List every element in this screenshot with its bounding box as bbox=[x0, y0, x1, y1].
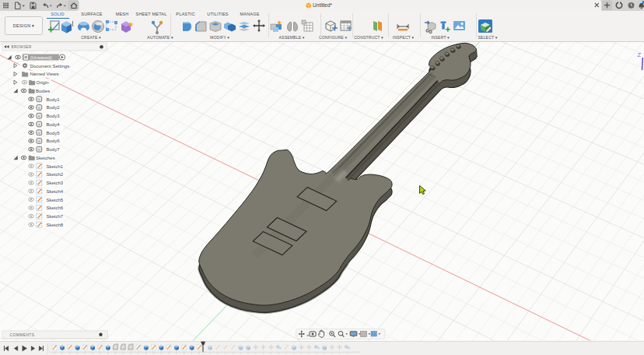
svg-text:Sketch2: Sketch2 bbox=[47, 172, 64, 177]
svg-text:Body4: Body4 bbox=[47, 122, 61, 127]
svg-text:Sketches: Sketches bbox=[36, 156, 55, 160]
svg-text:Named Views: Named Views bbox=[30, 72, 59, 76]
svg-text:Bodies: Bodies bbox=[36, 89, 50, 93]
svg-text:Sketch3: Sketch3 bbox=[47, 181, 64, 185]
svg-text:Sketch6: Sketch6 bbox=[47, 206, 64, 210]
svg-text:COMMENTS: COMMENTS bbox=[10, 333, 35, 337]
svg-text:Body6: Body6 bbox=[47, 139, 61, 143]
svg-text:Sketch8: Sketch8 bbox=[47, 223, 64, 227]
svg-text:BROWSER: BROWSER bbox=[12, 45, 33, 49]
svg-text:Sketch1: Sketch1 bbox=[47, 164, 64, 169]
svg-text:(Unsaved): (Unsaved) bbox=[30, 55, 52, 60]
svg-text:Body7: Body7 bbox=[47, 147, 61, 152]
svg-text:Sketch4: Sketch4 bbox=[47, 189, 64, 194]
svg-text:Body1: Body1 bbox=[47, 97, 61, 102]
svg-text:Untitled*: Untitled* bbox=[313, 2, 332, 8]
svg-text:Sketch5: Sketch5 bbox=[47, 198, 64, 202]
svg-text:Body5: Body5 bbox=[47, 131, 61, 135]
svg-text:Body2: Body2 bbox=[47, 105, 61, 110]
svg-text:Body3: Body3 bbox=[47, 114, 61, 118]
svg-text:Document Settings: Document Settings bbox=[30, 64, 70, 69]
svg-text:Sketch7: Sketch7 bbox=[47, 214, 64, 219]
svg-text:Z: Z bbox=[638, 51, 642, 58]
svg-text:Origin: Origin bbox=[37, 80, 49, 85]
